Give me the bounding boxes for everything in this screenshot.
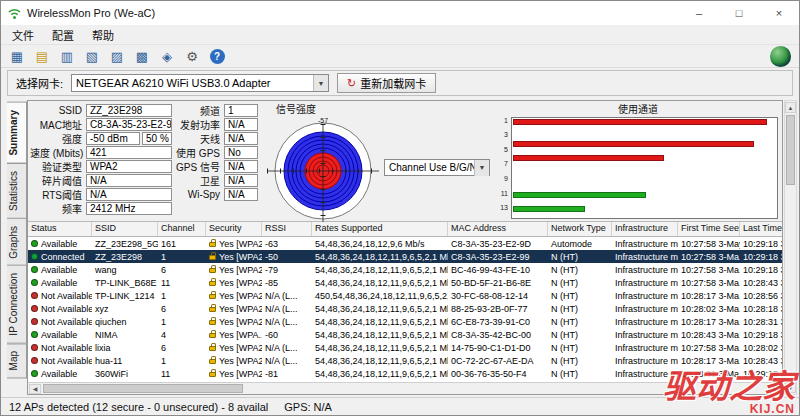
column-header-security[interactable]: Security xyxy=(206,222,262,236)
cell-security: Yes [WPA2] xyxy=(206,302,262,315)
cell-last_seen: 10:28:43 3-Ma... xyxy=(740,276,782,289)
axis-tick-label: 1 xyxy=(504,117,508,125)
horizontal-scrollbar[interactable]: ◀ ▶ xyxy=(28,382,782,394)
signal-graph-button[interactable]: ▨ xyxy=(105,46,129,67)
open-button[interactable]: ▤ xyxy=(30,46,54,67)
cell-network_type: N (HT) xyxy=(548,276,612,289)
cell-security: Yes [WPA2] xyxy=(206,276,262,289)
field-value: N/A xyxy=(224,174,258,187)
tab-ip-connection[interactable]: IP Connection xyxy=(7,265,27,344)
field-row: 频道1 xyxy=(176,104,260,117)
table-row[interactable]: Not Availablexyz6Yes [WPA2]N/A (L...54,4… xyxy=(28,302,782,315)
menu-help[interactable]: 帮助 xyxy=(83,25,123,45)
security-text: Yes [WPA2] xyxy=(219,278,262,288)
menu-file[interactable]: 文件 xyxy=(3,25,43,45)
gps-button[interactable]: ◈ xyxy=(155,46,179,67)
adapter-selector-group: 选择网卡: NETGEAR A6210 WiFi USB3.0 Adapter … xyxy=(7,70,793,96)
tab-statistics[interactable]: Statistics xyxy=(7,163,27,219)
reload-adapter-button[interactable]: ↻ 重新加载网卡 xyxy=(337,73,436,93)
column-header-status[interactable]: Status xyxy=(28,222,92,236)
column-header-rates[interactable]: Rates Supported xyxy=(312,222,448,236)
table-row[interactable]: Not Availablehua-111Yes [WPA2]N/A (L...5… xyxy=(28,354,782,367)
chevron-down-icon[interactable]: ▼ xyxy=(313,75,328,91)
cell-mac: C8-3A-35-23-E2-9D xyxy=(448,237,548,250)
tab-graphs[interactable]: Graphs xyxy=(7,218,27,267)
gps-icon: ◈ xyxy=(162,49,172,64)
cell-rssi: -85 xyxy=(262,276,312,289)
field-row: 使用 GPSNo xyxy=(176,146,260,159)
vertical-scroll-thumb[interactable] xyxy=(786,115,795,185)
table-row[interactable]: Not Availableqiuchen1Yes [WPA2]N/A (L...… xyxy=(28,315,782,328)
column-header-network_type[interactable]: Network Type xyxy=(548,222,612,236)
close-button[interactable]: × xyxy=(759,1,799,25)
table-row[interactable]: Available360WiFi11Yes [WPA2]-8154,48,36,… xyxy=(28,367,782,380)
cell-status: Not Available xyxy=(28,302,92,315)
table-row[interactable]: AvailableZZ_23E298_5G161Yes [WPA2]-6354,… xyxy=(28,237,782,250)
table-row[interactable]: Not AvailableTP-LINK_12141Yes [WPA2]N/A … xyxy=(28,289,782,302)
lock-icon xyxy=(209,268,216,273)
summary-info: SSIDZZ_23E298MAC地址C8-3A-35-23-E2-99强度-50… xyxy=(28,101,782,221)
cell-security: Yes [WPA2] xyxy=(206,250,262,263)
cell-mac: C8-3A-35-42-BC-00 xyxy=(448,328,548,341)
cell-network_type: Automode xyxy=(548,237,612,250)
channel-use-dropdown[interactable]: Channel Use B/G/N ▼ xyxy=(384,159,490,176)
titlebar: WirelessMon Pro (We-aC) – □ × xyxy=(1,1,799,25)
column-header-rssi[interactable]: RSSI xyxy=(262,222,312,236)
lock-icon xyxy=(209,333,216,338)
cell-infrastructure: Infrastructure mo... xyxy=(612,367,678,380)
table-row[interactable]: Availablewang6Yes [WPA2]-7954,48,36,24,1… xyxy=(28,263,782,276)
cell-first_seen: 10:27:58 3-Ma... xyxy=(678,263,740,276)
column-header-ssid[interactable]: SSID xyxy=(92,222,158,236)
toolbar: ▦▤▥▧▨▩◈⚙? xyxy=(1,44,799,68)
scroll-right-icon[interactable]: ▶ xyxy=(769,384,781,394)
column-header-mac[interactable]: MAC Address xyxy=(448,222,548,236)
cell-last_seen: 10:28:56 3-Ma... xyxy=(740,289,782,302)
cell-status: Available xyxy=(28,367,92,380)
horizontal-scroll-thumb[interactable] xyxy=(43,384,243,393)
column-header-infrastructure[interactable]: Infrastructure xyxy=(612,222,678,236)
scroll-down-icon[interactable]: ▼ xyxy=(785,382,796,393)
cell-first_seen: 10:28:17 3-Ma... xyxy=(678,289,740,302)
scroll-left-icon[interactable]: ◀ xyxy=(29,384,41,394)
cell-ssid: 360WiFi xyxy=(92,367,158,380)
help-button[interactable]: ? xyxy=(205,46,229,67)
cell-rates: 54,48,36,24,18,12,11,9,6,5,2,1 Mb/s xyxy=(312,315,448,328)
field-value: -50 dBm xyxy=(86,132,140,145)
status-icon xyxy=(31,357,38,364)
tab-map[interactable]: Map xyxy=(7,343,27,378)
table-row[interactable]: AvailableTP-LINK_B68E11Yes [WPA2]-8554,4… xyxy=(28,276,782,289)
column-header-last_seen[interactable]: Last Time Seen xyxy=(740,222,782,236)
cell-infrastructure: Infrastructure mo... xyxy=(612,328,678,341)
chevron-down-icon[interactable]: ▼ xyxy=(474,160,489,176)
maximize-button[interactable]: □ xyxy=(719,1,759,25)
table-row[interactable]: AvailableNIMA4Yes [WPA...-6054,48,36,24,… xyxy=(28,328,782,341)
export-button[interactable]: ▥ xyxy=(55,46,79,67)
adapter-icon: ▧ xyxy=(86,49,98,64)
cell-last_seen: 10:28:31 3-Ma... xyxy=(740,315,782,328)
cell-channel: 6 xyxy=(158,302,206,315)
column-header-first_seen[interactable]: First Time Seen xyxy=(678,222,740,236)
adapter-dropdown[interactable]: NETGEAR A6210 WiFi USB3.0 Adapter ▼ xyxy=(71,74,329,92)
field-row: SSIDZZ_23E298 xyxy=(30,104,174,117)
channel-graph-button[interactable]: ▩ xyxy=(130,46,154,67)
adapters-button[interactable]: ▧ xyxy=(80,46,104,67)
table-row[interactable]: Not Availablelixia6Yes [WPA2]N/A (L...54… xyxy=(28,341,782,354)
reload-icon: ↻ xyxy=(347,77,356,90)
scroll-up-icon[interactable]: ▲ xyxy=(785,102,796,113)
vertical-scrollbar[interactable]: ▲ ▼ xyxy=(784,100,797,395)
statusbar: 12 APs detected (12 secure - 0 unsecured… xyxy=(1,397,799,415)
column-header-channel[interactable]: Channel xyxy=(158,222,206,236)
menu-config[interactable]: 配置 xyxy=(43,25,83,45)
table-row[interactable]: ConnectedZZ_23E2981Yes [WPA2]-5054,48,36… xyxy=(28,250,782,263)
save-button[interactable]: ▦ xyxy=(5,46,29,67)
minimize-button[interactable]: – xyxy=(679,1,719,25)
options-button[interactable]: ⚙ xyxy=(180,46,204,67)
field-label: 频道 xyxy=(176,103,224,118)
statusbar-aps-text: 12 APs detected (12 secure - 0 unsecured… xyxy=(9,401,268,413)
cell-last_seen: 10:29:18 3-Ma... xyxy=(740,328,782,341)
tab-summary[interactable]: Summary xyxy=(7,102,27,164)
axis-tick-label: 3 xyxy=(504,131,508,139)
cell-security: Yes [WPA2] xyxy=(206,341,262,354)
status-text: Not Available xyxy=(41,343,92,353)
cell-ssid: xyz xyxy=(92,302,158,315)
